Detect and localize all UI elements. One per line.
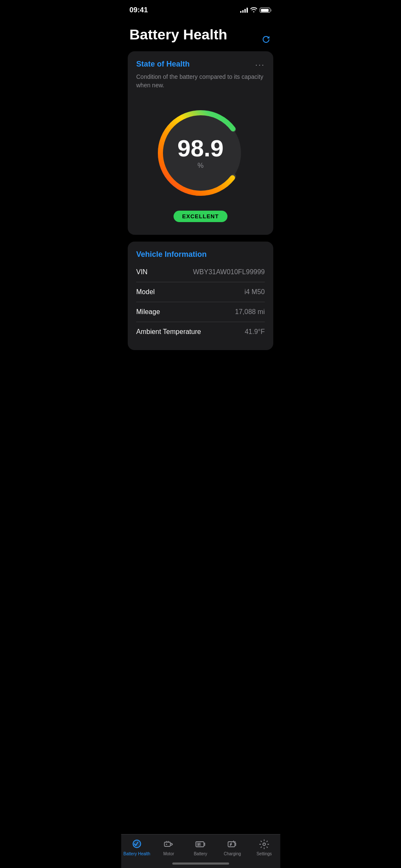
model-value: i4 M50 — [244, 288, 265, 296]
gauge-container: 98.9 % EXCELLENT — [136, 98, 265, 226]
status-icons — [240, 7, 272, 14]
mileage-value: 17,088 mi — [235, 308, 265, 316]
signal-icon — [240, 8, 248, 13]
vin-label: VIN — [136, 268, 148, 276]
mileage-row: Mileage 17,088 mi — [136, 302, 265, 322]
card-subtitle: Condition of the battery compared to its… — [136, 73, 265, 89]
refresh-icon — [261, 34, 272, 45]
ambient-temp-row: Ambient Temperature 41.9°F — [136, 322, 265, 342]
ambient-temp-value: 41.9°F — [245, 328, 265, 336]
gauge-chart: 98.9 % — [150, 102, 252, 204]
wifi-icon — [250, 7, 257, 14]
vin-value: WBY31AW010FL99999 — [193, 268, 265, 276]
gauge-center: 98.9 % — [177, 136, 224, 170]
status-bar: 09:41 — [121, 0, 280, 18]
model-row: Model i4 M50 — [136, 282, 265, 302]
vehicle-info-header: Vehicle Information — [136, 250, 265, 259]
card-header: State of Health ··· — [136, 60, 265, 70]
gauge-value: 98.9 — [177, 136, 224, 160]
ambient-temp-label: Ambient Temperature — [136, 328, 201, 336]
status-time: 09:41 — [129, 6, 148, 14]
model-label: Model — [136, 288, 155, 296]
more-options-button[interactable]: ··· — [255, 60, 265, 70]
vehicle-info-title: Vehicle Information — [136, 250, 207, 259]
mileage-label: Mileage — [136, 308, 160, 316]
vehicle-info-card: Vehicle Information VIN WBY31AW010FL9999… — [128, 242, 273, 350]
excellent-badge: EXCELLENT — [174, 211, 227, 222]
page-title: Battery Health — [128, 26, 273, 43]
vin-row: VIN WBY31AW010FL99999 — [136, 262, 265, 282]
page-content: Battery Health State of Health ··· Condi… — [121, 26, 280, 399]
gauge-unit: % — [177, 162, 224, 170]
card-title: State of Health — [136, 60, 190, 69]
state-of-health-card: State of Health ··· Condition of the bat… — [128, 51, 273, 235]
refresh-button[interactable] — [261, 34, 272, 46]
battery-status-icon — [260, 8, 272, 13]
